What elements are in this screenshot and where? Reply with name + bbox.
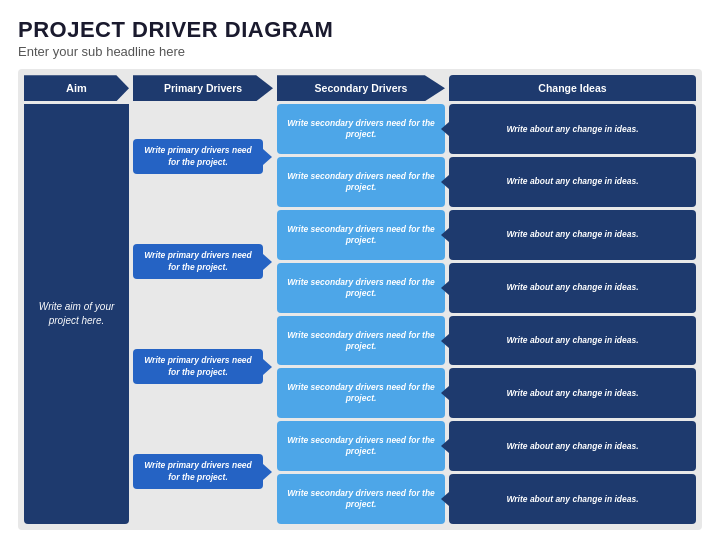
primary-cards-list: Write primary drivers need for the proje… [133, 104, 273, 524]
primary-card-3[interactable]: Write primary drivers need for the proje… [133, 349, 263, 384]
primary-card-1[interactable]: Write primary drivers need for the proje… [133, 139, 263, 174]
change-card-1-1[interactable]: Write about any change in ideas. [449, 104, 696, 154]
diagram-area: Aim Write aim of your project here. Prim… [18, 69, 702, 530]
page: PROJECT DRIVER DIAGRAM Enter your sub he… [0, 0, 720, 540]
subtitle: Enter your sub headline here [18, 44, 702, 59]
primary-card-2[interactable]: Write primary drivers need for the proje… [133, 244, 263, 279]
secondary-card-1-1[interactable]: Write secondary drivers need for the pro… [277, 104, 445, 154]
secondary-card-1-2[interactable]: Write secondary drivers need for the pro… [277, 157, 445, 207]
aim-text[interactable]: Write aim of your project here. [24, 290, 129, 338]
secondary-cards-list: Write secondary drivers need for the pro… [277, 104, 445, 524]
primary-column: Primary Drivers Write primary drivers ne… [133, 75, 273, 524]
secondary-card-2-3[interactable]: Write secondary drivers need for the pro… [277, 316, 445, 366]
change-card-2-1[interactable]: Write about any change in ideas. [449, 210, 696, 260]
change-card-2-2[interactable]: Write about any change in ideas. [449, 263, 696, 313]
title: PROJECT DRIVER DIAGRAM [18, 18, 702, 42]
primary-card-4[interactable]: Write primary drivers need for the proje… [133, 454, 263, 489]
secondary-column: Secondary Drivers Write secondary driver… [277, 75, 445, 524]
aim-header: Aim [24, 75, 129, 101]
change-card-3-1[interactable]: Write about any change in ideas. [449, 368, 696, 418]
change-card-4-1[interactable]: Write about any change in ideas. [449, 474, 696, 524]
aim-body: Write aim of your project here. [24, 104, 129, 524]
primary-header: Primary Drivers [133, 75, 273, 101]
secondary-card-3-2[interactable]: Write secondary drivers need for the pro… [277, 421, 445, 471]
aim-column: Aim Write aim of your project here. [24, 75, 129, 524]
change-header: Change Ideas [449, 75, 696, 101]
secondary-header: Secondary Drivers [277, 75, 445, 101]
change-card-1-2[interactable]: Write about any change in ideas. [449, 157, 696, 207]
change-card-2-3[interactable]: Write about any change in ideas. [449, 316, 696, 366]
change-column: Change Ideas Write about any change in i… [449, 75, 696, 524]
secondary-card-2-1[interactable]: Write secondary drivers need for the pro… [277, 210, 445, 260]
change-cards-list: Write about any change in ideas. Write a… [449, 104, 696, 524]
secondary-card-4-1[interactable]: Write secondary drivers need for the pro… [277, 474, 445, 524]
secondary-card-3-1[interactable]: Write secondary drivers need for the pro… [277, 368, 445, 418]
change-card-3-2[interactable]: Write about any change in ideas. [449, 421, 696, 471]
secondary-card-2-2[interactable]: Write secondary drivers need for the pro… [277, 263, 445, 313]
